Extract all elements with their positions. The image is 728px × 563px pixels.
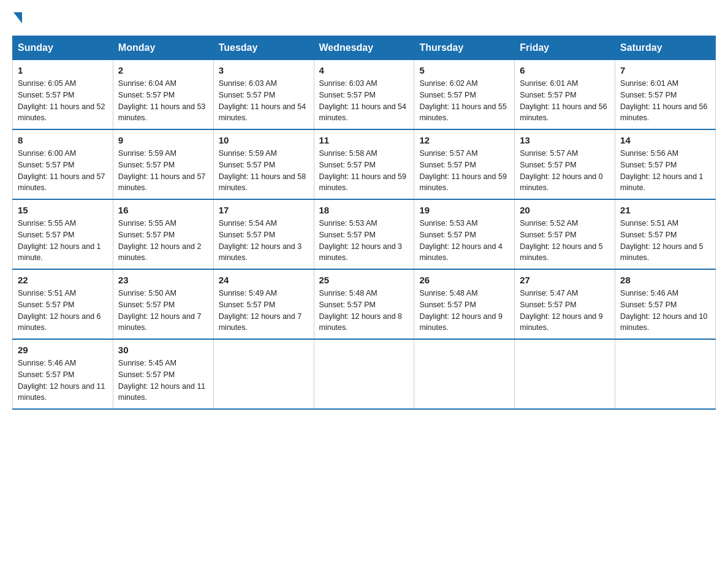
day-number: 20 [520,205,610,215]
day-info: Sunrise: 5:50 AMSunset: 5:57 PMDaylight:… [118,288,208,334]
calendar-cell: 7Sunrise: 6:01 AMSunset: 5:57 PMDaylight… [615,60,716,130]
day-number: 14 [620,135,710,145]
day-info: Sunrise: 5:52 AMSunset: 5:57 PMDaylight:… [520,218,610,264]
calendar-cell: 24Sunrise: 5:49 AMSunset: 5:57 PMDayligh… [213,269,314,339]
header-cell-wednesday: Wednesday [314,36,414,60]
day-number: 28 [620,275,710,285]
header-cell-tuesday: Tuesday [213,36,314,60]
day-number: 30 [118,345,208,355]
day-number: 5 [419,65,509,75]
day-info: Sunrise: 5:46 AMSunset: 5:57 PMDaylight:… [620,288,710,334]
calendar-cell [515,339,615,409]
day-info: Sunrise: 5:49 AMSunset: 5:57 PMDaylight:… [219,288,309,334]
calendar-cell: 15Sunrise: 5:55 AMSunset: 5:57 PMDayligh… [13,199,113,269]
day-info: Sunrise: 5:55 AMSunset: 5:57 PMDaylight:… [18,218,108,264]
day-info: Sunrise: 6:04 AMSunset: 5:57 PMDaylight:… [118,78,208,124]
calendar-week-4: 22Sunrise: 5:51 AMSunset: 5:57 PMDayligh… [13,269,716,339]
calendar-week-5: 29Sunrise: 5:46 AMSunset: 5:57 PMDayligh… [13,339,716,409]
day-info: Sunrise: 5:57 AMSunset: 5:57 PMDaylight:… [419,148,509,194]
day-number: 3 [219,65,309,75]
header-row: SundayMondayTuesdayWednesdayThursdayFrid… [13,36,716,60]
calendar-cell [314,339,414,409]
day-info: Sunrise: 6:00 AMSunset: 5:57 PMDaylight:… [18,148,108,194]
calendar-header: SundayMondayTuesdayWednesdayThursdayFrid… [13,36,716,60]
calendar-cell: 21Sunrise: 5:51 AMSunset: 5:57 PMDayligh… [615,199,716,269]
day-number: 7 [620,65,710,75]
page-header [12,12,716,23]
day-info: Sunrise: 6:03 AMSunset: 5:57 PMDaylight:… [319,78,409,124]
day-number: 11 [319,135,409,145]
header-cell-thursday: Thursday [414,36,515,60]
calendar-cell [213,339,314,409]
calendar-cell [615,339,716,409]
calendar-cell: 4Sunrise: 6:03 AMSunset: 5:57 PMDaylight… [314,60,414,130]
day-number: 15 [18,205,108,215]
day-info: Sunrise: 5:47 AMSunset: 5:57 PMDaylight:… [520,288,610,334]
logo-arrow-icon [13,12,22,23]
calendar-cell: 9Sunrise: 5:59 AMSunset: 5:57 PMDaylight… [113,129,213,199]
day-number: 27 [520,275,610,285]
day-info: Sunrise: 6:05 AMSunset: 5:57 PMDaylight:… [18,78,108,124]
day-number: 2 [118,65,208,75]
calendar-cell: 6Sunrise: 6:01 AMSunset: 5:57 PMDaylight… [515,60,615,130]
day-number: 10 [219,135,309,145]
day-number: 13 [520,135,610,145]
day-info: Sunrise: 5:48 AMSunset: 5:57 PMDaylight:… [419,288,509,334]
header-cell-friday: Friday [515,36,615,60]
day-number: 6 [520,65,610,75]
day-info: Sunrise: 6:02 AMSunset: 5:57 PMDaylight:… [419,78,509,124]
header-cell-monday: Monday [113,36,213,60]
day-number: 22 [18,275,108,285]
calendar-week-1: 1Sunrise: 6:05 AMSunset: 5:57 PMDaylight… [13,60,716,130]
day-number: 25 [319,275,409,285]
calendar-cell: 2Sunrise: 6:04 AMSunset: 5:57 PMDaylight… [113,60,213,130]
day-number: 12 [419,135,509,145]
calendar-cell: 8Sunrise: 6:00 AMSunset: 5:57 PMDaylight… [13,129,113,199]
day-info: Sunrise: 5:53 AMSunset: 5:57 PMDaylight:… [319,218,409,264]
day-number: 29 [18,345,108,355]
calendar-cell: 11Sunrise: 5:58 AMSunset: 5:57 PMDayligh… [314,129,414,199]
day-number: 24 [219,275,309,285]
calendar-cell: 27Sunrise: 5:47 AMSunset: 5:57 PMDayligh… [515,269,615,339]
day-number: 1 [18,65,108,75]
day-number: 9 [118,135,208,145]
calendar-cell: 28Sunrise: 5:46 AMSunset: 5:57 PMDayligh… [615,269,716,339]
day-info: Sunrise: 5:51 AMSunset: 5:57 PMDaylight:… [620,218,710,264]
day-info: Sunrise: 5:56 AMSunset: 5:57 PMDaylight:… [620,148,710,194]
day-info: Sunrise: 5:57 AMSunset: 5:57 PMDaylight:… [520,148,610,194]
day-number: 21 [620,205,710,215]
day-number: 16 [118,205,208,215]
calendar-table: SundayMondayTuesdayWednesdayThursdayFrid… [12,36,716,410]
calendar-cell: 5Sunrise: 6:02 AMSunset: 5:57 PMDaylight… [414,60,515,130]
day-info: Sunrise: 5:46 AMSunset: 5:57 PMDaylight:… [18,358,108,404]
day-number: 8 [18,135,108,145]
day-info: Sunrise: 5:59 AMSunset: 5:57 PMDaylight:… [118,148,208,194]
calendar-cell: 25Sunrise: 5:48 AMSunset: 5:57 PMDayligh… [314,269,414,339]
day-number: 23 [118,275,208,285]
calendar-cell: 26Sunrise: 5:48 AMSunset: 5:57 PMDayligh… [414,269,515,339]
day-info: Sunrise: 5:51 AMSunset: 5:57 PMDaylight:… [18,288,108,334]
calendar-cell: 1Sunrise: 6:05 AMSunset: 5:57 PMDaylight… [13,60,113,130]
calendar-body: 1Sunrise: 6:05 AMSunset: 5:57 PMDaylight… [13,60,716,410]
day-info: Sunrise: 6:01 AMSunset: 5:57 PMDaylight:… [620,78,710,124]
day-info: Sunrise: 6:01 AMSunset: 5:57 PMDaylight:… [520,78,610,124]
calendar-cell: 30Sunrise: 5:45 AMSunset: 5:57 PMDayligh… [113,339,213,409]
calendar-cell: 14Sunrise: 5:56 AMSunset: 5:57 PMDayligh… [615,129,716,199]
day-info: Sunrise: 5:58 AMSunset: 5:57 PMDaylight:… [319,148,409,194]
day-info: Sunrise: 5:55 AMSunset: 5:57 PMDaylight:… [118,218,208,264]
day-number: 19 [419,205,509,215]
header-cell-saturday: Saturday [615,36,716,60]
calendar-cell: 19Sunrise: 5:53 AMSunset: 5:57 PMDayligh… [414,199,515,269]
day-info: Sunrise: 5:54 AMSunset: 5:57 PMDaylight:… [219,218,309,264]
day-number: 17 [219,205,309,215]
day-number: 4 [319,65,409,75]
calendar-cell: 23Sunrise: 5:50 AMSunset: 5:57 PMDayligh… [113,269,213,339]
calendar-cell: 18Sunrise: 5:53 AMSunset: 5:57 PMDayligh… [314,199,414,269]
calendar-cell: 13Sunrise: 5:57 AMSunset: 5:57 PMDayligh… [515,129,615,199]
day-info: Sunrise: 5:45 AMSunset: 5:57 PMDaylight:… [118,358,208,404]
day-info: Sunrise: 5:53 AMSunset: 5:57 PMDaylight:… [419,218,509,264]
calendar-week-3: 15Sunrise: 5:55 AMSunset: 5:57 PMDayligh… [13,199,716,269]
day-number: 18 [319,205,409,215]
calendar-cell: 16Sunrise: 5:55 AMSunset: 5:57 PMDayligh… [113,199,213,269]
calendar-cell: 17Sunrise: 5:54 AMSunset: 5:57 PMDayligh… [213,199,314,269]
